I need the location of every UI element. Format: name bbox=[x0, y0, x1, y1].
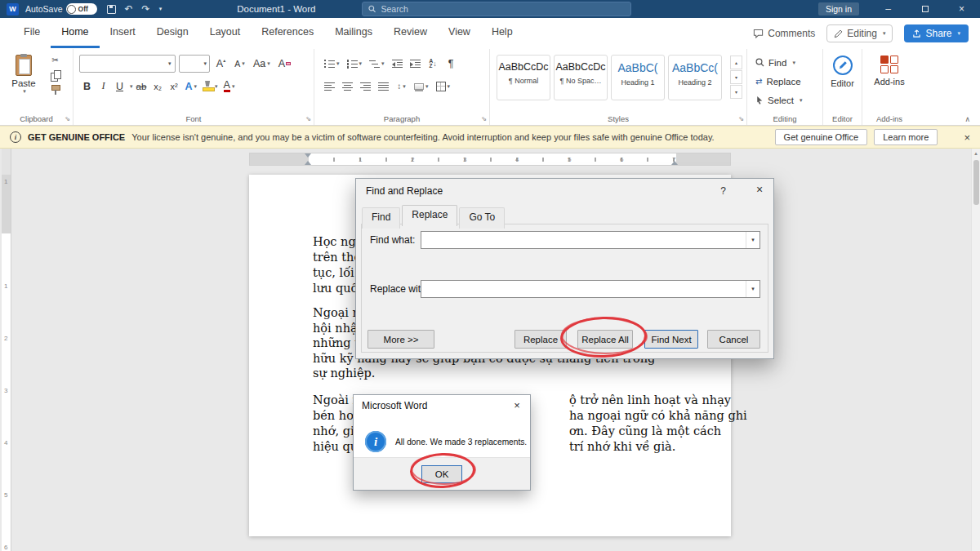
font-color-button[interactable]: A▾ bbox=[221, 78, 238, 95]
paste-button[interactable]: Paste ▾ bbox=[7, 55, 41, 95]
tab-insert[interactable]: Insert bbox=[100, 19, 146, 48]
minimize-button[interactable]: – bbox=[870, 0, 906, 18]
right-indent-marker[interactable] bbox=[671, 161, 678, 165]
tab-layout[interactable]: Layout bbox=[199, 19, 252, 48]
highlight-color-button[interactable]: ▾ bbox=[200, 78, 220, 95]
increase-indent-button[interactable] bbox=[408, 55, 423, 72]
borders-button[interactable]: ▾ bbox=[434, 78, 453, 95]
tab-home[interactable]: Home bbox=[51, 19, 99, 48]
share-button[interactable]: Share ▾ bbox=[904, 24, 969, 42]
bullets-button[interactable]: ▾ bbox=[322, 55, 342, 72]
dialog-tab-replace[interactable]: Replace bbox=[402, 205, 457, 226]
banner-close-icon[interactable]: × bbox=[964, 131, 970, 144]
style-heading-1[interactable]: AaBbC( Heading 1 bbox=[611, 55, 665, 100]
dialog-launcher-icon[interactable]: ⇘ bbox=[305, 115, 311, 122]
font-size-input[interactable] bbox=[180, 59, 202, 69]
find-what-input[interactable] bbox=[421, 232, 746, 248]
gallery-more-button[interactable]: ▾ bbox=[730, 85, 742, 99]
cut-button[interactable]: ✂ bbox=[47, 54, 63, 66]
tab-references[interactable]: References bbox=[251, 19, 324, 48]
sort-button[interactable]: AZ↓ bbox=[425, 55, 441, 72]
undo-icon[interactable]: ↶ bbox=[125, 3, 133, 15]
dialog-help-icon[interactable]: ? bbox=[720, 185, 726, 197]
autosave-control[interactable]: AutoSave Off bbox=[25, 3, 97, 15]
chevron-down-icon[interactable]: ▾ bbox=[130, 83, 133, 90]
editing-mode-dropdown[interactable]: Editing ▾ bbox=[826, 24, 893, 42]
first-line-indent-marker[interactable] bbox=[305, 153, 311, 158]
chevron-down-icon[interactable]: ▾ bbox=[165, 60, 175, 67]
underline-button[interactable]: U bbox=[112, 78, 127, 95]
tab-help[interactable]: Help bbox=[481, 19, 523, 48]
chevron-down-icon[interactable]: ▾ bbox=[746, 281, 760, 297]
superscript-button[interactable]: x² bbox=[167, 78, 182, 95]
clear-formatting-button[interactable]: A bbox=[276, 56, 293, 73]
replace-with-combobox[interactable]: ▾ bbox=[421, 280, 760, 298]
text-effects-button[interactable]: A▾ bbox=[183, 78, 200, 95]
change-case-button[interactable]: Aa▾ bbox=[251, 56, 273, 73]
justify-button[interactable] bbox=[376, 78, 391, 95]
italic-button[interactable]: I bbox=[96, 78, 111, 95]
dialog-tab-goto[interactable]: Go To bbox=[459, 207, 505, 229]
replace-button[interactable]: Replace bbox=[514, 330, 567, 349]
font-size-combobox[interactable]: ▾ bbox=[179, 55, 210, 73]
decrease-indent-button[interactable] bbox=[390, 55, 405, 72]
dialog-launcher-icon[interactable]: ⇘ bbox=[65, 115, 70, 122]
grow-font-button[interactable]: A▴ bbox=[213, 56, 229, 73]
vertical-scrollbar[interactable]: ▴ bbox=[971, 149, 980, 551]
shading-button[interactable]: ▾ bbox=[412, 78, 431, 95]
comments-button[interactable]: Comments bbox=[753, 28, 815, 39]
select-button[interactable]: Select ▾ bbox=[752, 91, 805, 109]
shrink-font-button[interactable]: A▾ bbox=[232, 56, 247, 73]
replace-button[interactable]: ⇄ Replace bbox=[752, 73, 805, 90]
style-no-spacing[interactable]: AaBbCcDc ¶ No Spac… bbox=[554, 55, 608, 100]
more-button[interactable]: More >> bbox=[368, 330, 434, 349]
redo-icon[interactable]: ↷ bbox=[142, 3, 150, 15]
search-box[interactable] bbox=[362, 2, 631, 16]
find-next-button[interactable]: Find Next bbox=[644, 330, 698, 349]
dialog-close-icon[interactable]: × bbox=[746, 179, 773, 200]
dialog-tab-find[interactable]: Find bbox=[362, 207, 400, 229]
tab-file[interactable]: File bbox=[13, 19, 51, 48]
dialog-launcher-icon[interactable]: ⇘ bbox=[481, 115, 487, 122]
line-spacing-button[interactable]: ↕▾ bbox=[394, 78, 409, 95]
multilevel-list-button[interactable]: ▾ bbox=[367, 55, 387, 72]
tab-view[interactable]: View bbox=[438, 19, 481, 48]
numbering-button[interactable]: ▾ bbox=[345, 55, 365, 72]
sign-in-button[interactable]: Sign in bbox=[818, 2, 859, 16]
align-right-button[interactable] bbox=[358, 78, 373, 95]
left-indent-marker[interactable] bbox=[305, 161, 311, 165]
addins-button[interactable]: Add-ins bbox=[862, 56, 916, 87]
font-name-combobox[interactable]: ▾ bbox=[79, 55, 176, 73]
find-button[interactable]: Find ▾ bbox=[752, 54, 805, 71]
close-button[interactable]: × bbox=[943, 0, 980, 18]
maximize-button[interactable] bbox=[906, 0, 943, 18]
font-name-input[interactable] bbox=[80, 59, 165, 69]
strikethrough-button[interactable]: ab bbox=[134, 78, 149, 95]
style-heading-2[interactable]: AaBbCc( Heading 2 bbox=[668, 55, 722, 100]
save-icon[interactable] bbox=[107, 5, 116, 14]
get-genuine-office-button[interactable]: Get genuine Office bbox=[775, 129, 868, 145]
format-painter-button[interactable] bbox=[47, 83, 63, 96]
autosave-toggle[interactable]: Off bbox=[66, 3, 97, 15]
gallery-scroll-down-button[interactable]: ▾ bbox=[730, 70, 742, 84]
subscript-button[interactable]: x₂ bbox=[150, 78, 166, 95]
learn-more-button[interactable]: Learn more bbox=[874, 129, 938, 145]
align-center-button[interactable] bbox=[340, 78, 355, 95]
style-normal[interactable]: AaBbCcDc ¶ Normal bbox=[497, 55, 550, 100]
copy-button[interactable] bbox=[47, 69, 63, 81]
find-what-combobox[interactable]: ▾ bbox=[421, 231, 760, 249]
align-left-button[interactable] bbox=[322, 78, 337, 95]
tab-review[interactable]: Review bbox=[383, 19, 438, 48]
editor-button[interactable]: Editor bbox=[823, 56, 862, 88]
dialog-launcher-icon[interactable]: ⇘ bbox=[738, 115, 744, 122]
show-formatting-marks-button[interactable]: ¶ bbox=[443, 55, 459, 72]
chevron-down-icon[interactable]: ▾ bbox=[202, 60, 209, 67]
tab-mailings[interactable]: Mailings bbox=[324, 19, 383, 48]
quick-access-caret-icon[interactable]: ▾ bbox=[159, 6, 163, 12]
scroll-up-arrow-icon[interactable]: ▴ bbox=[972, 149, 980, 158]
collapse-ribbon-icon[interactable]: ∧ bbox=[964, 115, 970, 123]
scrollbar-thumb[interactable] bbox=[973, 160, 979, 205]
search-input[interactable] bbox=[381, 4, 626, 14]
alert-close-icon[interactable]: × bbox=[504, 395, 530, 415]
chevron-down-icon[interactable]: ▾ bbox=[746, 232, 760, 248]
